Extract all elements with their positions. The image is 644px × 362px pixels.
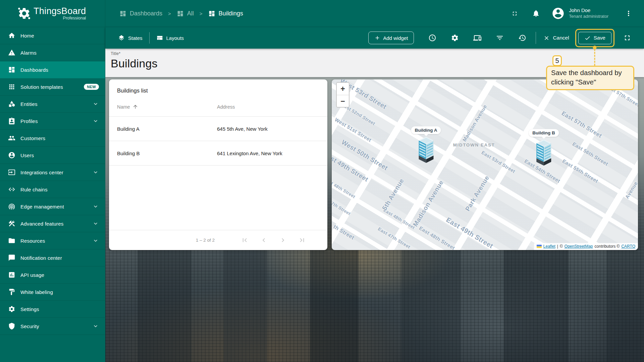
entity-filter-button[interactable] [496, 34, 504, 42]
brand-name: ThingsBoard [34, 6, 86, 16]
sidebar-item-label: Settings [20, 306, 39, 312]
widget-title: Buildings list [109, 79, 327, 97]
states-label: States [128, 35, 143, 41]
sidebar-item-rule-chains[interactable]: Rule chains [0, 181, 105, 198]
manage-layouts-button[interactable] [473, 34, 481, 42]
zoom-out-button[interactable]: − [337, 95, 349, 107]
sidebar-item-label: Customers [20, 135, 45, 141]
layouts-button[interactable]: Layouts [156, 35, 184, 41]
sidebar-nav: Home Alarms Dashboards Solution template… [0, 27, 105, 335]
tools-icon [8, 220, 15, 227]
sidebar-item-notification-center[interactable]: Notification center [0, 249, 105, 266]
fullscreen-button[interactable] [512, 10, 518, 17]
cell-name: Building A [117, 126, 217, 132]
table-header: Name Address [109, 97, 327, 117]
sidebar-item-label: Home [20, 33, 34, 39]
edge-antenna-icon [8, 203, 15, 210]
rule-chains-icon [8, 186, 15, 193]
last-page-button[interactable] [298, 236, 306, 244]
dashboard-icon [119, 10, 126, 17]
sidebar: ThingsBoard Professional Home Alarms Das… [0, 0, 105, 362]
sidebar-item-label: Security [20, 323, 39, 329]
dashboard-icon [8, 66, 15, 73]
save-button[interactable]: Save [578, 32, 611, 44]
dashboard-canvas: Buildings list Name Address Building A 6… [105, 77, 644, 362]
map-marker-building-b[interactable]: Building B [529, 129, 559, 166]
sidebar-item-dashboards[interactable]: Dashboards [0, 61, 105, 78]
add-widget-button[interactable]: Add widget [368, 32, 414, 44]
openstreetmap-link[interactable]: OpenStreetMap [565, 244, 593, 249]
sidebar-item-resources[interactable]: Resources [0, 232, 105, 249]
cancel-button[interactable]: Cancel [539, 32, 573, 44]
attribution-contributors: contributors © [595, 244, 620, 249]
logo[interactable]: ThingsBoard Professional [0, 0, 105, 27]
sidebar-item-profiles[interactable]: Profiles [0, 113, 105, 130]
breadcrumb-separator: > [168, 11, 171, 16]
table-row[interactable]: Building B 641 Lexington Ave, New York [109, 141, 327, 166]
sidebar-item-entities[interactable]: Entities [0, 96, 105, 113]
avatar[interactable] [551, 7, 565, 20]
add-widget-label: Add widget [383, 35, 408, 41]
sidebar-item-solution-templates[interactable]: Solution templates NEW [0, 78, 105, 96]
previous-page-button[interactable] [260, 236, 268, 244]
cell-address: 641 Lexington Ave, New York [217, 150, 319, 156]
buildings-map-widget[interactable]: West 53rd Street West 52nd Street West 5… [332, 79, 638, 250]
notifications-button[interactable] [532, 9, 540, 17]
zoom-in-button[interactable]: + [337, 83, 349, 95]
first-page-button[interactable] [241, 236, 249, 244]
dashboard-icon [177, 10, 184, 17]
sidebar-item-customers[interactable]: Customers [0, 130, 105, 147]
carto-link[interactable]: CARTO [621, 244, 635, 249]
more-menu-button[interactable] [625, 9, 633, 17]
time-window-button[interactable] [428, 34, 436, 42]
fullscreen-icon [623, 34, 631, 42]
integrations-icon [8, 169, 15, 176]
shield-icon [8, 322, 15, 330]
column-header-name[interactable]: Name [117, 104, 217, 110]
column-header-address[interactable]: Address [217, 104, 319, 110]
thingsboard-logo-icon [17, 7, 31, 20]
table-row[interactable]: Building A 645 5th Ave, New York [109, 117, 327, 141]
user-menu[interactable]: John Doe Tenant administrator [569, 7, 608, 19]
sidebar-item-white-labeling[interactable]: White labeling [0, 284, 105, 301]
apps-grid-icon [8, 83, 15, 90]
chevron-down-icon [92, 203, 99, 210]
expand-dashboard-button[interactable] [623, 34, 631, 42]
sidebar-item-label: Profiles [20, 118, 38, 124]
save-highlight-ring: Save 5 Save the dashboard by clicking "S… [575, 29, 614, 47]
sidebar-item-advanced-features[interactable]: Advanced features [0, 215, 105, 232]
map-zoom-control: + − [336, 82, 350, 108]
sidebar-item-api-usage[interactable]: API usage [0, 266, 105, 284]
dashboard-settings-button[interactable] [451, 34, 459, 42]
sort-ascending-icon [132, 104, 138, 110]
sidebar-item-label: Rule chains [20, 187, 48, 192]
next-page-button[interactable] [279, 236, 287, 244]
breadcrumb-buildings[interactable]: Buildings [208, 10, 243, 17]
fullscreen-icon [512, 10, 518, 17]
sidebar-item-alarms[interactable]: Alarms [0, 44, 105, 61]
map-marker-building-a[interactable]: Building A [411, 126, 441, 163]
states-button[interactable]: States [118, 35, 143, 41]
sidebar-item-settings[interactable]: Settings [0, 301, 105, 318]
user-name: John Doe [569, 7, 608, 13]
sidebar-item-integrations-center[interactable]: Integrations center [0, 164, 105, 181]
sidebar-item-users[interactable]: Users [0, 147, 105, 164]
filter-icon [496, 34, 504, 42]
sidebar-item-label: Integrations center [20, 170, 63, 175]
attribution-separator: | [557, 244, 558, 249]
breadcrumb-dashboards[interactable]: Dashboards [119, 10, 162, 17]
chevron-down-icon [92, 323, 99, 329]
layers-icon [118, 35, 125, 41]
gear-icon [8, 305, 15, 313]
check-icon [584, 35, 591, 41]
sidebar-item-label: White labeling [20, 289, 53, 295]
chevron-left-icon [260, 236, 268, 244]
leaflet-link[interactable]: Leaflet [543, 244, 555, 249]
version-history-button[interactable] [518, 34, 526, 42]
sidebar-item-home[interactable]: Home [0, 27, 105, 44]
first-page-icon [241, 236, 249, 244]
sidebar-item-edge-management[interactable]: Edge management [0, 198, 105, 215]
breadcrumb-all[interactable]: All [177, 10, 194, 17]
chevron-down-icon [92, 101, 99, 107]
sidebar-item-security[interactable]: Security [0, 318, 105, 335]
